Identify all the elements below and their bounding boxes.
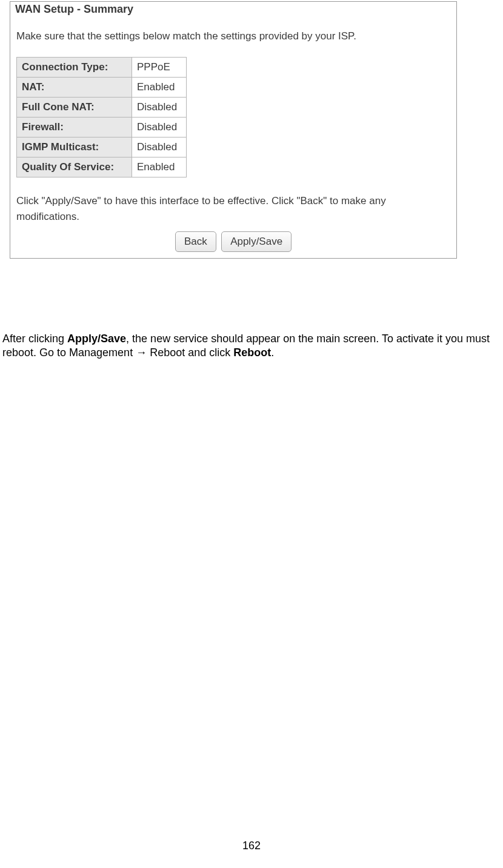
nat-label: NAT: <box>17 78 132 98</box>
table-row: Firewall: Disabled <box>17 118 187 137</box>
qos-value: Enabled <box>132 157 187 177</box>
igmp-multicast-label: IGMP Multicast: <box>17 137 132 157</box>
text-segment: . <box>271 346 274 359</box>
table-row: Full Cone NAT: Disabled <box>17 98 187 118</box>
panel-title: WAN Setup - Summary <box>15 3 450 16</box>
settings-table: Connection Type: PPPoE NAT: Enabled Full… <box>16 57 187 177</box>
panel-help-text: Click "Apply/Save" to have this interfac… <box>16 193 450 224</box>
back-button[interactable]: Back <box>175 231 216 252</box>
apply-save-button[interactable]: Apply/Save <box>221 231 291 252</box>
apply-save-bold: Apply/Save <box>67 333 126 345</box>
text-segment: After clicking <box>2 333 67 345</box>
reboot-bold: Reboot <box>233 346 271 359</box>
text-segment: Reboot and click <box>147 346 233 359</box>
wan-setup-panel: WAN Setup - Summary Make sure that the s… <box>10 1 457 259</box>
firewall-label: Firewall: <box>17 118 132 137</box>
document-instruction-text: After clicking Apply/Save, the new servi… <box>2 332 502 360</box>
arrow-icon: → <box>136 346 147 359</box>
connection-type-label: Connection Type: <box>17 58 132 78</box>
qos-label: Quality Of Service: <box>17 157 132 177</box>
firewall-value: Disabled <box>132 118 187 137</box>
panel-instruction: Make sure that the settings below match … <box>16 30 450 42</box>
table-row: IGMP Multicast: Disabled <box>17 137 187 157</box>
igmp-multicast-value: Disabled <box>132 137 187 157</box>
button-row: Back Apply/Save <box>16 231 450 252</box>
table-row: Quality Of Service: Enabled <box>17 157 187 177</box>
page-number: 162 <box>0 840 503 852</box>
table-row: NAT: Enabled <box>17 78 187 98</box>
nat-value: Enabled <box>132 78 187 98</box>
full-cone-nat-label: Full Cone NAT: <box>17 98 132 118</box>
connection-type-value: PPPoE <box>132 58 187 78</box>
table-row: Connection Type: PPPoE <box>17 58 187 78</box>
full-cone-nat-value: Disabled <box>132 98 187 118</box>
